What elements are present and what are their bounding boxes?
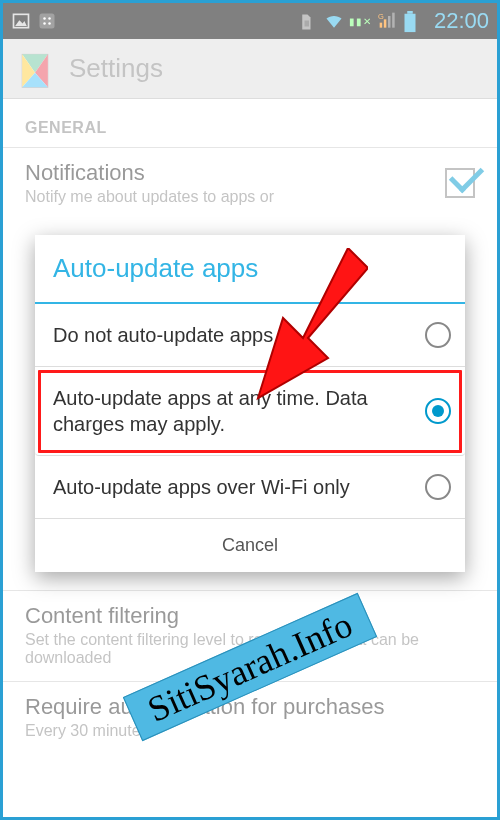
setting-title: Content filtering <box>25 603 475 629</box>
cancel-button[interactable]: Cancel <box>35 519 465 572</box>
image-icon <box>11 11 31 31</box>
battery-icon <box>404 11 424 31</box>
svg-point-3 <box>43 17 46 20</box>
dialog-title: Auto-update apps <box>35 235 465 304</box>
option-auto-update-wifi-only[interactable]: Auto-update apps over Wi-Fi only <box>35 456 465 519</box>
option-label: Auto-update apps at any time. Data charg… <box>53 385 415 437</box>
svg-marker-1 <box>15 20 27 26</box>
status-left <box>11 11 57 31</box>
svg-rect-13 <box>407 11 413 14</box>
svg-text:G: G <box>378 12 384 21</box>
status-time: 22:00 <box>434 8 489 34</box>
option-label: Do not auto-update apps <box>53 322 273 348</box>
svg-rect-2 <box>40 14 55 29</box>
svg-rect-8 <box>380 23 383 28</box>
svg-rect-9 <box>384 19 387 27</box>
setting-subtitle: Notify me about updates to apps or <box>25 188 274 206</box>
notifications-checkbox[interactable] <box>445 168 475 198</box>
option-label: Auto-update apps over Wi-Fi only <box>53 474 350 500</box>
radio-icon[interactable] <box>425 474 451 500</box>
setting-subtitle: Set the content filtering level to restr… <box>25 631 475 667</box>
radio-icon[interactable] <box>425 398 451 424</box>
page-title: Settings <box>69 53 163 84</box>
status-bar: ▮▮✕ G 22:00 <box>3 3 497 39</box>
svg-rect-10 <box>388 16 391 28</box>
data-indicator-icon: ▮▮✕ <box>349 16 372 27</box>
wifi-icon <box>323 11 343 31</box>
svg-rect-7 <box>304 21 309 27</box>
setting-subtitle: Every 30 minutes <box>25 722 475 740</box>
radio-icon[interactable] <box>425 322 451 348</box>
status-right: ▮▮✕ G 22:00 <box>297 8 489 34</box>
bbm-icon <box>37 11 57 31</box>
setting-notifications[interactable]: Notifications Notify me about updates to… <box>3 147 497 220</box>
sim-icon <box>297 11 317 31</box>
svg-point-4 <box>48 17 51 20</box>
option-auto-update-any-time[interactable]: Auto-update apps at any time. Data charg… <box>35 367 465 456</box>
setting-require-auth[interactable]: Require authentication for purchases Eve… <box>3 681 497 754</box>
play-store-icon[interactable] <box>13 47 57 91</box>
svg-rect-14 <box>404 14 415 32</box>
auto-update-dialog: Auto-update apps Do not auto-update apps… <box>35 235 465 572</box>
setting-title: Require authentication for purchases <box>25 694 475 720</box>
signal-icon: G <box>378 11 398 31</box>
option-do-not-auto-update[interactable]: Do not auto-update apps <box>35 304 465 367</box>
action-bar: Settings <box>3 39 497 99</box>
svg-point-6 <box>48 22 51 25</box>
svg-rect-11 <box>392 13 395 28</box>
setting-title: Notifications <box>25 160 274 186</box>
setting-content-filtering[interactable]: Content filtering Set the content filter… <box>3 590 497 681</box>
svg-point-5 <box>43 22 46 25</box>
section-general: GENERAL <box>3 99 497 147</box>
